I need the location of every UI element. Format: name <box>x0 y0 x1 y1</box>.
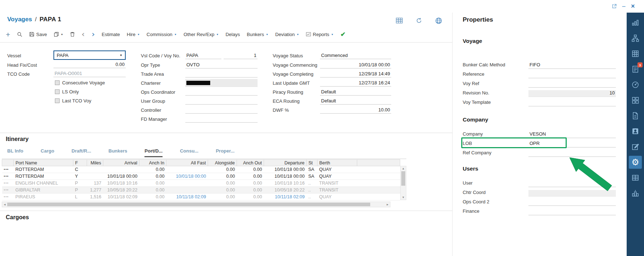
vessel-dropdown[interactable]: PAPA ▼ <box>53 50 126 60</box>
cell-arrival[interactable]: 10/11/18 02:09 <box>103 194 139 200</box>
tab-draft-restrictions[interactable]: Draft/R... <box>72 148 91 157</box>
charterer-field[interactable] <box>185 79 258 87</box>
ls-only-checkbox[interactable] <box>55 89 60 94</box>
cell-berth[interactable]: TRANSIT <box>317 180 357 187</box>
other-rev-exp-menu-button[interactable]: Other Rev/Exp▼ <box>183 32 219 37</box>
tab-properties[interactable]: Proper... <box>216 148 234 157</box>
scroll-up-icon[interactable]: ▲ <box>401 167 406 170</box>
cell-f[interactable]: P <box>73 180 87 187</box>
tab-cargo[interactable]: Cargo <box>41 148 55 157</box>
cell-st[interactable]: .. <box>307 180 317 187</box>
cell-arrival[interactable]: 10/05/18 20:22 <box>103 187 139 194</box>
fd-manager-field[interactable] <box>185 115 258 123</box>
cell-port-name[interactable]: ENGLISH CHANNEL <box>14 180 73 187</box>
voyage-commencing-field[interactable]: 10/01/18 00:00 <box>320 61 391 69</box>
new-button[interactable]: + <box>6 31 10 38</box>
scroll-right-icon[interactable]: ► <box>386 203 389 206</box>
cell-port-name[interactable]: PIRAEUS <box>14 194 73 200</box>
data-grid-icon[interactable] <box>396 18 403 23</box>
voy-no-field[interactable]: 1 <box>224 52 258 59</box>
cell-departure[interactable]: 10/01/18 00:00 <box>264 166 307 173</box>
analytics-icon[interactable] <box>627 15 644 30</box>
controller-field[interactable] <box>185 106 258 114</box>
cell-port-name[interactable]: ROTTERDAM <box>14 173 73 180</box>
company-field[interactable]: VESON <box>528 131 616 138</box>
delays-button[interactable]: Delays <box>225 32 240 37</box>
data-grid-icon[interactable] <box>627 170 644 185</box>
tab-port-dates[interactable]: Port/D... <box>144 148 163 157</box>
bunkers-menu-button[interactable]: Bunkers▼ <box>247 32 268 37</box>
dwf-field[interactable]: 10.00 <box>320 106 391 114</box>
contacts-icon[interactable] <box>627 123 644 139</box>
cell-departure[interactable]: 10/01/18 00:00 <box>264 173 307 180</box>
itinerary-row[interactable]: ROTTERDAM Y 10/01/18 00:00 0.00 10/01/18… <box>2 173 400 180</box>
pop-out-icon[interactable] <box>612 4 617 9</box>
tco-code-field[interactable]: PAPA-O0001 <box>53 70 126 77</box>
user-group-field[interactable] <box>185 97 258 105</box>
cell-miles[interactable] <box>87 166 103 173</box>
ops-coordinator-field[interactable] <box>185 88 258 96</box>
finance-field[interactable] <box>528 209 616 215</box>
cell-departure[interactable]: 10/11/18 02:09 <box>264 194 307 200</box>
row-menu-icon[interactable] <box>2 194 14 200</box>
cell-arrival[interactable]: 10/01/18 10:16 <box>103 180 139 187</box>
dropdown-caret-icon[interactable]: ▼ <box>117 54 125 57</box>
hire-menu-button[interactable]: Hire▼ <box>127 32 140 37</box>
tab-bunkers[interactable]: Bunkers <box>108 148 127 157</box>
itinerary-row[interactable]: GIBRALTAR P 1,277 10/05/18 20:22 0.00 0.… <box>2 187 400 194</box>
reference-field[interactable] <box>528 72 616 78</box>
gauge-icon[interactable] <box>627 77 644 92</box>
piracy-routing-field[interactable]: Default <box>320 88 391 96</box>
cell-anch-out[interactable]: 0.00 <box>237 194 264 200</box>
vertical-scrollbar[interactable]: ▲ ▼ <box>400 166 406 200</box>
reports-menu-button[interactable]: Reports ▼ <box>306 32 333 37</box>
ref-company-field[interactable] <box>528 150 616 157</box>
scroll-down-icon[interactable]: ▼ <box>401 196 406 199</box>
cell-miles[interactable]: 1,277 <box>87 187 103 194</box>
itinerary-row[interactable]: PIRAEUS L 1,516 10/11/18 02:09 0.00 10/1… <box>2 194 400 200</box>
cell-berth[interactable]: TRANSIT <box>317 187 357 194</box>
cell-f[interactable]: Y <box>73 173 87 180</box>
next-record-button[interactable]: › <box>92 30 95 38</box>
horizontal-scrollbar[interactable]: ◄ ► <box>2 202 390 207</box>
cell-alongside[interactable]: 0.00 <box>208 194 237 200</box>
row-menu-icon[interactable] <box>2 173 14 180</box>
minimize-icon[interactable]: – <box>622 3 626 9</box>
consecutive-voyage-checkbox[interactable] <box>55 80 60 85</box>
podium-icon[interactable] <box>627 185 644 201</box>
cell-miles[interactable]: 1,516 <box>87 194 103 200</box>
cell-anch-in[interactable]: 0.00 <box>139 187 167 194</box>
cell-st[interactable]: .. <box>307 194 317 200</box>
row-menu-icon[interactable] <box>2 187 14 194</box>
save-button[interactable]: Save <box>29 32 47 37</box>
search-icon[interactable] <box>17 32 22 37</box>
cell-berth[interactable]: QUAY <box>317 166 357 173</box>
cell-port-name[interactable]: ROTTERDAM <box>14 166 73 173</box>
cell-miles[interactable] <box>87 173 103 180</box>
cell-anch-out[interactable]: 0.00 <box>237 166 264 173</box>
cell-anch-in[interactable]: 0.00 <box>139 173 167 180</box>
cell-all-fast[interactable] <box>167 166 208 173</box>
voyage-status-field[interactable]: Commenced <box>320 52 391 59</box>
bunker-calc-method-field[interactable]: FIFO <box>528 62 616 69</box>
cell-alongside[interactable]: 0.00 <box>208 166 237 173</box>
globe-icon[interactable] <box>435 17 442 24</box>
vsl-code-field[interactable]: PAPA <box>185 52 221 59</box>
last-tco-voy-checkbox[interactable] <box>55 98 60 103</box>
delete-button[interactable] <box>70 32 75 37</box>
estimate-button[interactable]: Estimate <box>101 32 120 37</box>
voyage-completing-field[interactable]: 12/29/18 14:49 <box>320 70 391 78</box>
cell-f[interactable]: L <box>73 194 87 200</box>
copy-button[interactable]: ▼ <box>54 32 63 37</box>
opr-type-field[interactable]: OVTO <box>185 61 258 69</box>
horizontal-scroll-thumb[interactable] <box>7 203 370 206</box>
itinerary-row[interactable]: ROTTERDAM C 0.00 0.00 0.00 10/01/18 00:0… <box>2 166 400 173</box>
voy-ref-field[interactable] <box>528 81 616 88</box>
eca-routing-field[interactable]: Default <box>320 97 391 105</box>
cell-f[interactable]: C <box>73 166 87 173</box>
close-icon[interactable]: × <box>631 3 635 9</box>
itinerary-row[interactable]: ENGLISH CHANNEL P 137 10/01/18 10:16 0.0… <box>2 180 400 187</box>
scroll-left-icon[interactable]: ◄ <box>3 203 6 206</box>
cell-alongside[interactable]: 0.00 <box>208 173 237 180</box>
row-menu-icon[interactable] <box>2 180 14 187</box>
